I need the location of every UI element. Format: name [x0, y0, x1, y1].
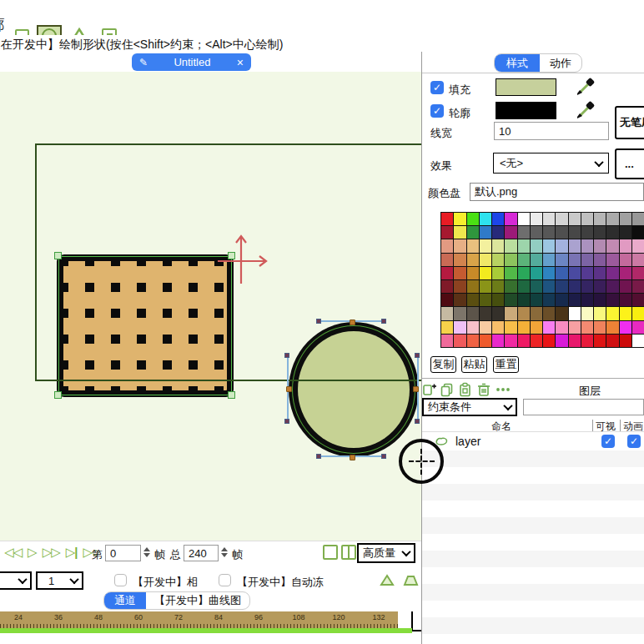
palette-swatch[interactable] [569, 213, 581, 225]
palette-swatch[interactable] [620, 294, 631, 306]
palette-swatch[interactable] [569, 294, 581, 306]
palette-swatch[interactable] [594, 267, 606, 279]
palette-swatch[interactable] [569, 321, 581, 334]
palette-swatch[interactable] [492, 213, 504, 225]
palette-swatch[interactable] [556, 239, 567, 252]
palette-swatch[interactable] [454, 321, 465, 334]
palette-swatch[interactable] [441, 280, 453, 293]
effect-select[interactable]: <无> [493, 153, 609, 174]
palette-swatch[interactable] [454, 213, 465, 225]
tab-action[interactable]: 动作 [540, 54, 581, 72]
outline-eyedropper-icon[interactable] [576, 100, 596, 120]
fill-eyedropper-icon[interactable] [576, 77, 596, 97]
playback-icon[interactable]: ◁◁ [4, 545, 22, 560]
palette-swatch[interactable] [518, 267, 530, 279]
palette-swatch[interactable] [620, 239, 631, 252]
frame-stepper[interactable] [143, 547, 150, 557]
circle-shape[interactable] [289, 322, 419, 457]
line-width-input[interactable] [494, 122, 609, 140]
layer-more-icon[interactable] [495, 382, 511, 397]
palette-swatch[interactable] [531, 213, 542, 225]
palette-swatch[interactable] [606, 226, 618, 239]
playback-icon[interactable]: ▷ [28, 545, 37, 560]
palette-swatch[interactable] [543, 267, 555, 279]
document-tab[interactable]: ✎ Untitled × [132, 53, 251, 71]
palette-swatch[interactable] [531, 307, 542, 319]
palette-swatch[interactable] [480, 335, 491, 347]
outline-color-swatch[interactable] [496, 102, 556, 119]
palette-swatch[interactable] [594, 294, 606, 306]
palette-swatch[interactable] [480, 239, 491, 252]
palette-swatch[interactable] [492, 335, 504, 347]
palette-swatch[interactable] [505, 307, 516, 319]
palette-swatch[interactable] [581, 321, 593, 334]
palette-swatch[interactable] [505, 335, 516, 347]
palette-swatch[interactable] [569, 267, 581, 279]
palette-swatch[interactable] [467, 335, 479, 347]
split-view-icon[interactable] [341, 545, 356, 560]
no-brush-button[interactable]: 无笔刷 [615, 106, 644, 139]
palette-swatch[interactable] [531, 280, 542, 293]
palette-swatch[interactable] [620, 254, 631, 266]
palette-swatch[interactable] [556, 294, 567, 306]
palette-swatch[interactable] [569, 226, 581, 239]
palette-swatch[interactable] [492, 254, 504, 266]
palette-swatch[interactable] [480, 226, 491, 239]
palette-swatch[interactable] [632, 267, 644, 279]
palette-swatch[interactable] [518, 321, 530, 334]
palette-swatch[interactable] [441, 239, 453, 252]
palette-swatch[interactable] [454, 335, 465, 347]
palette-swatch[interactable] [543, 335, 555, 347]
palette-swatch[interactable] [632, 335, 644, 347]
palette-swatch[interactable] [632, 239, 644, 252]
duplicate-layer-icon[interactable] [440, 382, 455, 397]
palette-swatch[interactable] [606, 267, 618, 279]
fill-checkbox[interactable]: ✓ [430, 81, 444, 94]
palette-swatch[interactable] [606, 321, 618, 334]
palette-swatch[interactable] [518, 294, 530, 306]
constraint-select[interactable]: 约束条件 [422, 398, 517, 416]
palette-swatch[interactable] [606, 335, 618, 347]
speed-select[interactable]: 1 [36, 571, 83, 590]
palette-swatch[interactable] [632, 213, 644, 225]
palette-swatch[interactable] [581, 226, 593, 239]
palette-swatch[interactable] [556, 254, 567, 266]
palette-swatch[interactable] [531, 267, 542, 279]
selection-handle[interactable] [54, 252, 62, 259]
paste-button[interactable]: 粘贴 [461, 356, 487, 373]
palette-swatch[interactable] [543, 294, 555, 306]
palette-swatch[interactable] [543, 321, 555, 334]
palette-swatch[interactable] [467, 254, 479, 266]
palette-swatch[interactable] [581, 254, 593, 266]
fill-color-swatch[interactable] [496, 78, 556, 96]
palette-swatch[interactable] [518, 226, 530, 239]
current-frame-input[interactable] [105, 545, 141, 561]
palette-swatch[interactable] [531, 254, 542, 266]
auto-freeze-checkbox[interactable] [219, 574, 231, 586]
palette-swatch[interactable] [569, 335, 581, 347]
palette-swatch[interactable] [581, 335, 593, 347]
palette-swatch[interactable] [531, 226, 542, 239]
total-frames-stepper[interactable] [221, 547, 228, 557]
palette-swatch[interactable] [606, 239, 618, 252]
palette-swatch[interactable] [543, 254, 555, 266]
playback-icon[interactable]: ▷| [66, 545, 78, 560]
delete-layer-icon[interactable] [476, 382, 491, 397]
palette-swatch[interactable] [480, 294, 491, 306]
palette-swatch[interactable] [632, 226, 644, 239]
palette-swatch[interactable] [620, 307, 631, 319]
palette-swatch[interactable] [467, 307, 479, 319]
palette-swatch[interactable] [518, 213, 530, 225]
palette-swatch[interactable] [620, 267, 631, 279]
palette-swatch[interactable] [543, 280, 555, 293]
bezier-control-point[interactable] [284, 353, 289, 358]
tab-curve[interactable]: 【开发中】曲线图 [146, 592, 249, 609]
palette-file-input[interactable] [470, 183, 644, 201]
reset-button[interactable]: 重置 [493, 356, 519, 373]
palette-swatch[interactable] [441, 213, 453, 225]
palette-swatch[interactable] [480, 280, 491, 293]
palette-swatch[interactable] [594, 321, 606, 334]
bezier-control-point[interactable] [381, 454, 386, 459]
palette-swatch[interactable] [441, 321, 453, 334]
palette-swatch[interactable] [467, 226, 479, 239]
